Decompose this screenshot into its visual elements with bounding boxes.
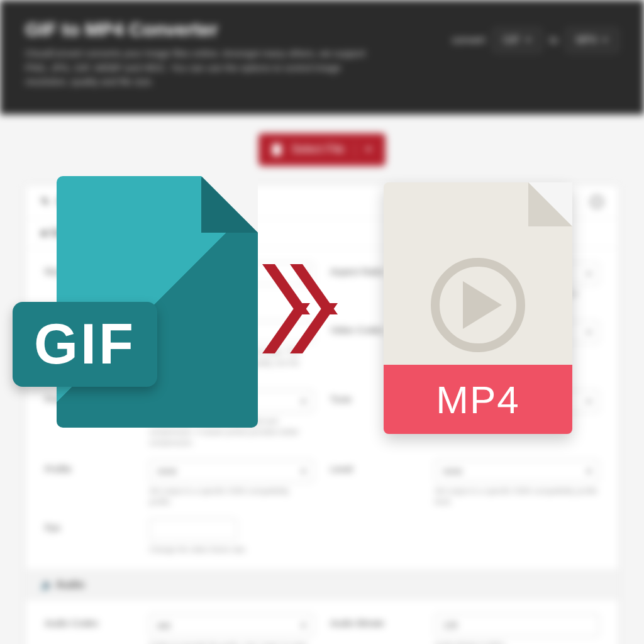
options-title: OPTIONS	[57, 196, 111, 208]
gear-icon[interactable]	[591, 196, 603, 208]
preset-label: Preset	[45, 390, 133, 404]
convert-bar: convert GIF to MP4	[452, 28, 619, 53]
chevron-down-icon	[525, 38, 531, 42]
codec-label: Video Codec	[330, 321, 418, 335]
convert-word: convert	[452, 35, 485, 46]
profile-select[interactable]: none▾	[149, 460, 314, 482]
audio-bitrate-input[interactable]: 128	[435, 614, 599, 636]
profile-hint: Set output to a specific H264 compatibil…	[149, 486, 314, 508]
aspect-label: Aspect Ratio	[330, 262, 418, 277]
audio-bitrate-label: Audio Bitrate	[330, 614, 418, 628]
fps-label: Fps	[45, 518, 133, 533]
crf-label: Constant Quality (CRF)	[45, 321, 133, 346]
from-format-select[interactable]: GIF	[492, 28, 542, 53]
resolution-label: Resolution	[45, 262, 133, 277]
profile-label: Profile	[45, 460, 133, 474]
audio-bitrate-hint: Audio bitrate in kbit/s.	[435, 640, 599, 644]
options-panel: ✎ OPTIONS ■ Video Resolution no change▾ …	[25, 185, 619, 645]
audio-codec-label: Audio Codec	[45, 614, 133, 628]
audio-section-label: 🔉 Audio	[26, 569, 618, 600]
to-format-select[interactable]: MP4	[565, 28, 619, 53]
audio-codec-select[interactable]: aac▾	[149, 614, 314, 636]
select-file-label: Select File	[291, 143, 344, 156]
preset-select[interactable]: medium▾	[149, 390, 314, 413]
tune-select[interactable]: none▾	[435, 390, 599, 413]
to-format-label: MP4	[576, 35, 597, 46]
preset-hint: Presets affect the encoding speed and co…	[149, 416, 314, 448]
video-section-label: ■ Video	[26, 219, 618, 248]
page-subtitle: CloudConvert converts your image files o…	[25, 47, 377, 89]
to-word: to	[550, 35, 558, 46]
level-label: Level	[330, 460, 418, 474]
audio-codec-hint: Codec to encode the audio. Use "copy" to…	[149, 640, 314, 644]
tune-label: Tune	[330, 390, 418, 404]
chevron-down-icon	[602, 38, 608, 42]
page-title: GIF to MP4 Converter	[25, 19, 377, 40]
from-format-label: GIF	[503, 35, 520, 46]
aspect-hint: Select an aspect ratio the output should…	[435, 289, 599, 310]
resolution-select[interactable]: no change▾	[149, 262, 314, 285]
select-file-button[interactable]: Select File	[258, 133, 385, 166]
level-select[interactable]: none▾	[435, 460, 599, 482]
crf-input[interactable]	[149, 321, 314, 343]
aspect-select[interactable]: no change▾	[435, 262, 599, 285]
codec-select[interactable]: x264▾	[435, 321, 599, 343]
file-icon	[272, 144, 281, 155]
level-hint: Set output to a specific H264 compatibil…	[435, 486, 599, 508]
crf-hint: CRF sets the overall quality of the vide…	[149, 347, 314, 379]
chevron-down-icon	[365, 148, 372, 152]
fps-input[interactable]	[149, 518, 237, 541]
fps-hint: Change the video frame rate.	[149, 545, 314, 555]
wrench-icon: ✎	[41, 196, 50, 208]
